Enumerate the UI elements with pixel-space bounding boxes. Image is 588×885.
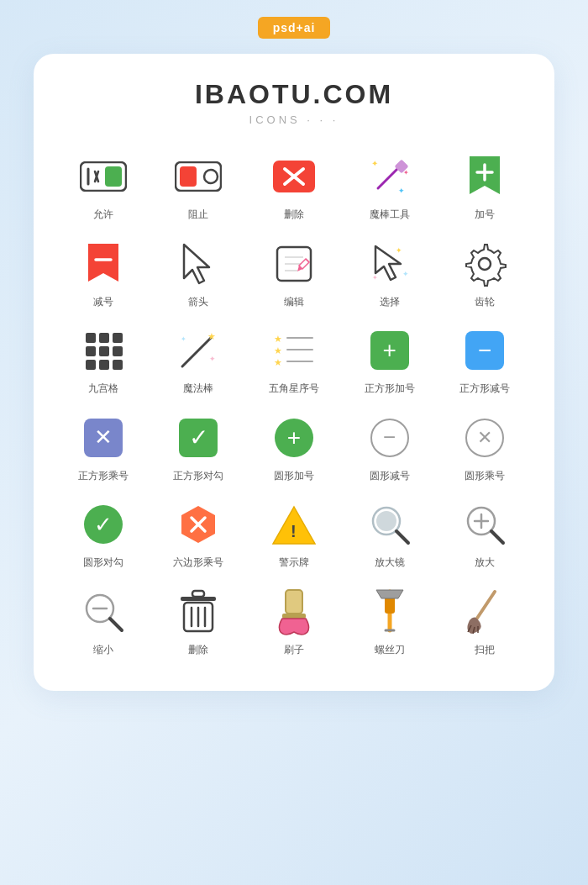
icon-label: 圆形对勾 xyxy=(83,556,123,570)
icon-item-toggle-off: 阻止 xyxy=(155,150,244,222)
magic-wand-icon: ✦ ✦ ✦ xyxy=(366,153,413,200)
toggle-off-icon xyxy=(175,161,222,192)
icon-label: 正方形乘号 xyxy=(78,470,129,483)
circ-mul-icon: ✕ xyxy=(465,419,504,457)
svg-rect-32 xyxy=(99,333,109,343)
minus-bookmark-icon xyxy=(86,241,121,287)
icon-label: 扫把 xyxy=(475,644,495,657)
icon-label: 加号 xyxy=(475,208,495,222)
icon-item-warning: ! 警示牌 xyxy=(249,498,339,570)
icon-label: 圆形减号 xyxy=(370,470,410,483)
svg-line-64 xyxy=(110,619,122,630)
svg-rect-39 xyxy=(113,360,123,370)
gear-icon xyxy=(462,241,507,287)
trash-icon xyxy=(179,589,218,635)
icon-item-star-list: ★ ★ ★ 五角星序号 xyxy=(249,324,339,396)
svg-text:✦: ✦ xyxy=(398,187,405,195)
icon-label: 圆形乘号 xyxy=(465,470,505,483)
svg-rect-36 xyxy=(113,346,123,356)
icon-item-broom: 扫把 xyxy=(440,585,529,657)
icon-item-sq-mul: ✕ 正方形乘号 xyxy=(59,411,148,483)
svg-marker-19 xyxy=(88,244,118,282)
icon-item-select: ✦ ✦ ✦ 选择 xyxy=(345,237,434,309)
svg-line-57 xyxy=(396,531,408,543)
svg-rect-1 xyxy=(105,166,122,187)
sq-check-icon: ✓ xyxy=(179,419,218,457)
add-bookmark-icon xyxy=(467,154,502,199)
svg-line-61 xyxy=(491,531,503,543)
icon-item-edit: 编辑 xyxy=(249,237,339,309)
icon-item-add-bookmark: 加号 xyxy=(440,150,529,222)
toggle-on-icon xyxy=(80,161,127,192)
svg-text:★: ★ xyxy=(274,357,282,367)
icon-item-magic-stick: ★ ✦ ✦ 魔法棒 xyxy=(155,324,244,396)
icon-item-circ-add: + 圆形加号 xyxy=(249,411,339,483)
icon-item-minus-bookmark: 减号 xyxy=(59,237,148,309)
icon-label: 减号 xyxy=(93,296,113,309)
icon-label: 五角星序号 xyxy=(269,382,319,396)
icon-label: 编辑 xyxy=(284,296,304,309)
svg-rect-74 xyxy=(385,597,395,614)
svg-rect-6 xyxy=(180,166,197,187)
sq-mul-icon: ✕ xyxy=(84,419,123,457)
circ-check-icon: ✓ xyxy=(84,505,123,544)
icon-label: 正方形对勾 xyxy=(173,470,223,483)
icon-label: 删除 xyxy=(284,208,304,222)
svg-text:✦: ✦ xyxy=(209,355,216,363)
icon-label: 阻止 xyxy=(188,208,208,222)
icon-item-circ-check: ✓ 圆形对勾 xyxy=(59,498,148,570)
card-title: IBAOTU.COM xyxy=(59,79,529,110)
icon-label: 六边形乘号 xyxy=(173,556,223,570)
zoom-out-icon xyxy=(81,590,125,634)
icon-label: 删除 xyxy=(188,644,208,657)
screwdriver-icon xyxy=(368,588,412,635)
circ-add-icon: + xyxy=(275,419,313,457)
top-badge: psd+ai xyxy=(258,17,331,39)
svg-rect-38 xyxy=(99,360,109,370)
svg-rect-65 xyxy=(192,591,204,597)
icon-label: 箭头 xyxy=(188,296,208,309)
svg-line-11 xyxy=(378,166,400,188)
svg-rect-35 xyxy=(99,346,109,356)
circ-minus-icon: − xyxy=(370,419,409,457)
icon-item-circ-minus: − 圆形减号 xyxy=(345,411,434,483)
icon-label: 魔棒工具 xyxy=(370,208,410,222)
card-header: IBAOTU.COM ICONS · · · xyxy=(59,79,529,126)
icon-item-sq-minus: − 正方形减号 xyxy=(440,324,529,396)
svg-text:★: ★ xyxy=(207,331,216,341)
brush-icon xyxy=(272,588,316,635)
hex-mul-icon xyxy=(176,503,220,546)
svg-marker-21 xyxy=(184,245,209,283)
icon-item-zoom-out: 缩小 xyxy=(59,585,148,657)
icon-label: 警示牌 xyxy=(279,556,309,570)
icon-item-toggle-on: 允许 xyxy=(59,150,148,222)
svg-rect-31 xyxy=(86,333,96,343)
svg-line-76 xyxy=(475,592,495,622)
icon-label: 九宫格 xyxy=(88,382,118,396)
star-list-icon: ★ ★ ★ xyxy=(270,329,318,372)
delete-badge-icon xyxy=(271,159,317,194)
svg-text:✦: ✦ xyxy=(402,270,409,278)
warning-icon: ! xyxy=(271,503,317,545)
icon-label: 螺丝刀 xyxy=(375,644,405,657)
icon-item-circ-mul: ✕ 圆形乘号 xyxy=(440,411,529,483)
icon-label: 刷子 xyxy=(284,644,304,657)
svg-point-56 xyxy=(376,511,396,531)
icon-label: 选择 xyxy=(380,296,400,309)
card: IBAOTU.COM ICONS · · · 允许 xyxy=(34,54,554,691)
icon-item-sq-check: ✓ 正方形对勾 xyxy=(155,411,244,483)
icon-label: 魔法棒 xyxy=(183,382,213,396)
svg-text:★: ★ xyxy=(274,334,282,344)
nine-grid-icon xyxy=(82,329,124,371)
svg-rect-66 xyxy=(181,597,216,601)
zoom-in-icon xyxy=(463,503,507,546)
svg-text:✦: ✦ xyxy=(181,335,186,343)
svg-text:!: ! xyxy=(291,522,297,540)
icon-item-magic-wand: ✦ ✦ ✦ 魔棒工具 xyxy=(345,150,434,222)
icon-item-gear: 齿轮 xyxy=(440,237,529,309)
edit-icon xyxy=(272,242,316,286)
icon-label: 允许 xyxy=(93,208,113,222)
select-icon: ✦ ✦ ✦ xyxy=(367,241,412,287)
icon-label: 齿轮 xyxy=(475,296,495,309)
svg-rect-33 xyxy=(113,333,123,343)
